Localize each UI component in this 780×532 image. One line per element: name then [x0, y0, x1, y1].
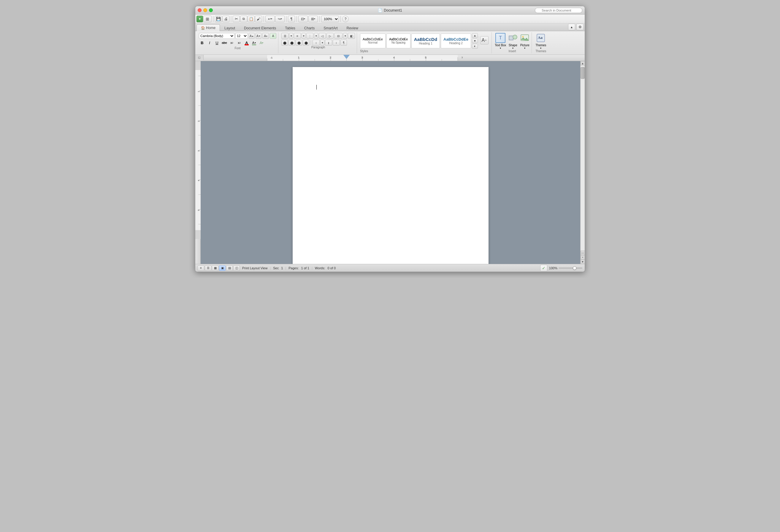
- minimize-button[interactable]: [203, 8, 207, 12]
- tab-tables[interactable]: Tables: [281, 24, 300, 31]
- zoom-slider-thumb[interactable]: [573, 266, 576, 270]
- subscript-button[interactable]: x2: [236, 40, 242, 46]
- paste-button[interactable]: 📋: [248, 16, 255, 22]
- paragraph-marks-button[interactable]: ¶: [288, 16, 295, 22]
- font-size-select[interactable]: 12 8 9 10 11 14 16 18: [235, 33, 248, 39]
- view-btn-print[interactable]: ▣: [219, 265, 226, 271]
- pages-value: 1 of 1: [301, 266, 309, 270]
- ribbon-options-button[interactable]: ⚙: [576, 24, 584, 30]
- new-document-button[interactable]: ✦: [196, 16, 203, 22]
- clear-formatting-button[interactable]: Aa: [262, 33, 269, 39]
- text-box-dropdown[interactable]: ▾: [500, 47, 501, 50]
- unordered-list-button[interactable]: ☰: [281, 33, 289, 39]
- border-button[interactable]: ⊟: [334, 33, 343, 39]
- align-left-button[interactable]: ⬤: [281, 40, 288, 46]
- copy-button[interactable]: ⧉: [240, 16, 247, 22]
- columns-button[interactable]: ⫿: [325, 40, 332, 46]
- redo-button[interactable]: ↪ ▾: [275, 16, 285, 22]
- format-painter-button[interactable]: 🖌: [255, 16, 262, 22]
- shape-dropdown[interactable]: ▾: [512, 47, 514, 50]
- outline-list-dropdown[interactable]: ▾: [314, 33, 318, 39]
- text-box-button[interactable]: T Text Box ▾: [495, 33, 506, 50]
- style-heading1[interactable]: AaBbCcDd Heading 1: [411, 34, 440, 48]
- scroll-dot-button[interactable]: •: [581, 255, 585, 260]
- print-button[interactable]: 🖨: [222, 16, 230, 22]
- shape-button[interactable]: Shape ▾: [508, 33, 518, 50]
- scroll-down-arrow[interactable]: ▼: [581, 260, 585, 264]
- close-button[interactable]: [198, 8, 201, 12]
- doc-scroll-area[interactable]: [201, 61, 580, 264]
- increase-font-button[interactable]: A▲: [249, 33, 255, 39]
- ordered-list-button[interactable]: ≡: [294, 33, 301, 39]
- style-heading2[interactable]: AaBbCcDdEe Heading 2: [441, 34, 471, 48]
- theme-color-button[interactable]: A▾: [258, 40, 265, 46]
- line-spacing-button[interactable]: ↕: [312, 40, 320, 46]
- underline-button[interactable]: U: [214, 40, 220, 46]
- tab-charts[interactable]: Charts: [300, 24, 319, 31]
- tab-smartart[interactable]: SmartArt: [319, 24, 342, 31]
- strikethrough-button[interactable]: abc: [221, 40, 228, 46]
- unordered-list-dropdown[interactable]: ▾: [289, 33, 293, 39]
- style-normal-preview: AaBbCcDdEe: [363, 37, 383, 41]
- document-page[interactable]: [293, 67, 489, 264]
- themes-button[interactable]: Aa Themes ▾: [535, 33, 546, 50]
- search-input[interactable]: [535, 8, 582, 13]
- undo-button[interactable]: ↩ ▾: [265, 16, 275, 22]
- bold-button[interactable]: B: [199, 40, 205, 46]
- view-btn-list[interactable]: ☰: [205, 265, 211, 271]
- open-button[interactable]: ⊞: [203, 16, 212, 22]
- view-btn-web[interactable]: ◫: [233, 265, 240, 271]
- ordered-list-dropdown[interactable]: ▾: [301, 33, 306, 39]
- decrease-font-button[interactable]: A▼: [255, 33, 261, 39]
- sort-button[interactable]: ↕: [333, 40, 340, 46]
- font-name-select[interactable]: Cambria (Body) Arial Times New Roman Hel…: [199, 33, 235, 39]
- line-spacing-dropdown[interactable]: ▾: [320, 40, 325, 46]
- picture-button[interactable]: Picture ▾: [520, 33, 530, 50]
- themes-dropdown[interactable]: ▾: [540, 47, 541, 50]
- style-normal[interactable]: AaBbCcDdEe Normal: [360, 34, 386, 48]
- tab-home[interactable]: 🏠 Home: [196, 24, 220, 31]
- decrease-indent-button[interactable]: ◁: [319, 33, 326, 39]
- scroll-line-button[interactable]: —: [581, 251, 585, 255]
- sidebar-toggle-button[interactable]: ⊟ ▾: [298, 16, 308, 22]
- align-right-button[interactable]: ⬤: [296, 40, 302, 46]
- view-btn-outline[interactable]: ≡: [198, 265, 204, 271]
- help-button[interactable]: ?: [342, 16, 349, 22]
- view-btn-page[interactable]: ▤: [226, 265, 233, 271]
- border-dropdown[interactable]: ▾: [343, 33, 347, 39]
- ruler-corner[interactable]: ◱: [195, 55, 204, 60]
- tab-review[interactable]: Review: [342, 24, 363, 31]
- save-button[interactable]: 💾: [215, 16, 222, 22]
- align-center-button[interactable]: ⬤: [289, 40, 295, 46]
- justify-button[interactable]: ⬤: [303, 40, 309, 46]
- picture-dropdown[interactable]: ▾: [524, 47, 525, 50]
- font-effects-button[interactable]: A✦: [480, 36, 489, 45]
- track-changes-button[interactable]: ✓: [540, 265, 547, 271]
- zoom-select[interactable]: 100% 50% 75% 125% 150% 200%: [321, 16, 339, 22]
- save-icon: 💾: [216, 17, 221, 21]
- font-theme-button[interactable]: A: [270, 33, 276, 39]
- ribbon-collapse-button[interactable]: ▲: [568, 24, 575, 30]
- increase-indent-button[interactable]: ▷: [327, 33, 334, 39]
- paragraph-marks-btn2[interactable]: ¶: [340, 40, 347, 46]
- tab-document-elements[interactable]: Document Elements: [240, 24, 281, 31]
- shading-button[interactable]: ◧: [348, 33, 355, 39]
- outline-list-button[interactable]: ⋮: [306, 33, 313, 39]
- view-toggle-button[interactable]: ⊞ ▾: [308, 16, 318, 22]
- font-color-button[interactable]: A: [243, 40, 250, 46]
- styles-scroll-up[interactable]: ▲: [472, 33, 478, 38]
- zoom-slider-track[interactable]: [558, 267, 582, 269]
- scroll-track[interactable]: [581, 65, 585, 251]
- view-btn-thumbnail[interactable]: ▦: [212, 265, 218, 271]
- styles-more[interactable]: ▾: [472, 44, 478, 49]
- highlight-button[interactable]: A ▾: [251, 40, 257, 46]
- cut-button[interactable]: ✂: [233, 16, 240, 22]
- maximize-button[interactable]: [209, 8, 213, 12]
- scroll-up-arrow[interactable]: ▲: [581, 61, 585, 65]
- superscript-button[interactable]: x2: [229, 40, 235, 46]
- scroll-thumb[interactable]: [581, 67, 585, 79]
- style-no-spacing[interactable]: AaBbCcDdEe No Spacing: [386, 34, 410, 48]
- tab-layout[interactable]: Layout: [220, 24, 240, 31]
- italic-button[interactable]: I: [206, 40, 213, 46]
- styles-scroll-down[interactable]: ▼: [472, 39, 478, 43]
